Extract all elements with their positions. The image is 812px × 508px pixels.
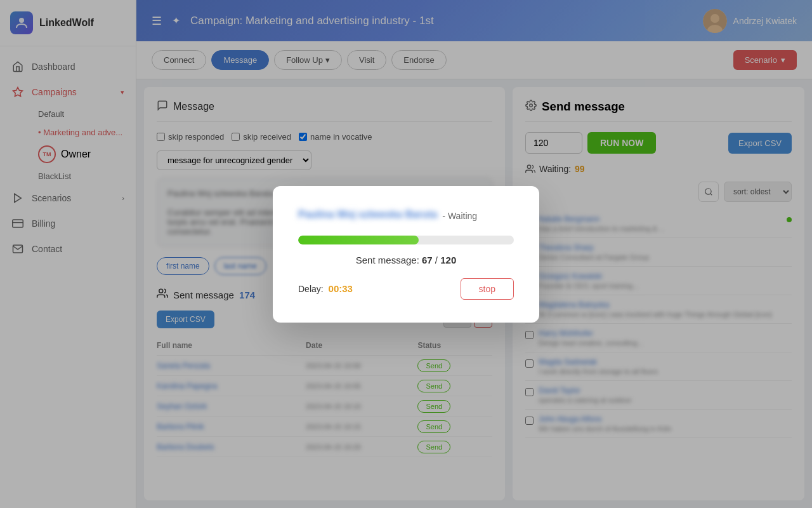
progress-bar-container [298, 236, 514, 244]
modal-sent-text: Sent message: 67 / 120 [298, 255, 514, 265]
modal-top: Paulina Woj szlewska Baruta - Waiting [298, 209, 514, 223]
modal-person-name: Paulina Woj szlewska Baruta [298, 209, 437, 220]
modal-footer: Delay: 00:33 stop [298, 278, 514, 300]
stop-button[interactable]: stop [461, 278, 514, 300]
sent-current: 67 [422, 255, 433, 265]
sent-total: 120 [440, 255, 456, 265]
modal-overlay: Paulina Woj szlewska Baruta - Waiting Se… [0, 0, 812, 508]
progress-modal: Paulina Woj szlewska Baruta - Waiting Se… [273, 186, 539, 323]
modal-status: - Waiting [442, 211, 477, 221]
delay-info: Delay: 00:33 [298, 283, 353, 294]
delay-time: 00:33 [329, 283, 353, 294]
sent-label: Sent message: [356, 255, 419, 265]
progress-bar-fill [298, 236, 419, 244]
delay-label: Delay: [298, 284, 324, 294]
